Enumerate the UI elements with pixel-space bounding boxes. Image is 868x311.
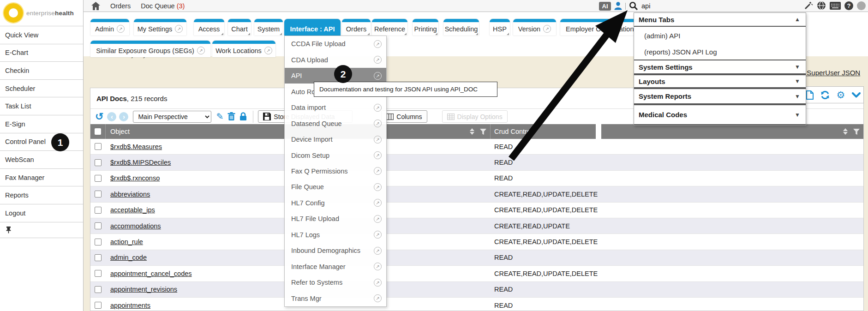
menu-item-ccda-file-upload[interactable]: CCDA File Upload↗ (285, 36, 386, 52)
search-section-layouts[interactable]: Layouts▼ (634, 74, 806, 88)
tab-similar-exposure-groups[interactable]: Similar Exposure Groups (SEGs)↗ (90, 41, 210, 57)
menu-item-datasend-queue[interactable]: Datasend Queue↗ (285, 115, 386, 131)
keyboard-icon[interactable] (830, 2, 841, 10)
menu-item-trans-mgr[interactable]: Trans Mgr↗ (285, 291, 386, 306)
session-icon[interactable] (857, 1, 866, 10)
sidebar-item-e-chart[interactable]: E-Chart (0, 44, 83, 62)
menu-item-hl7-config[interactable]: HL7 Config↗ (285, 195, 386, 211)
menu-item-hl7-logs[interactable]: HL7 Logs↗ (285, 227, 386, 243)
tab-reference[interactable]: Reference (372, 19, 407, 36)
tab-hsp[interactable]: HSP (490, 19, 510, 36)
user-icon[interactable] (614, 2, 622, 10)
tab-chart[interactable]: Chart (228, 19, 251, 36)
object-link[interactable]: $rxdb$.Measures (110, 143, 162, 150)
prev-page-button[interactable]: ‹ (107, 112, 116, 121)
tab-my-settings[interactable]: My Settings↗ (134, 19, 186, 36)
row-checkbox[interactable] (95, 254, 102, 261)
superuser-link[interactable]: t SuperUser JSON (803, 69, 860, 77)
filter-funnel-icon[interactable] (853, 129, 860, 135)
sort-icon[interactable] (470, 128, 474, 135)
new-document-icon[interactable] (806, 90, 814, 100)
sidebar-item-logout[interactable]: Logout (0, 204, 83, 222)
search-result-reports-json-api-log[interactable]: (reports) JSON API Log (634, 44, 806, 60)
filter-funnel-icon[interactable] (480, 129, 486, 135)
menu-item-cda-upload[interactable]: CDA Upload↗ (285, 52, 386, 67)
select-all-checkbox[interactable] (95, 128, 101, 135)
menu-item-data-import[interactable]: Data import↗ (285, 100, 386, 115)
row-checkbox[interactable] (95, 239, 102, 245)
sidebar-item-e-sign[interactable]: E-Sign (0, 115, 83, 133)
lock-icon[interactable] (239, 112, 247, 121)
object-link[interactable]: acceptable_ips (110, 206, 155, 214)
ai-badge[interactable]: AI (599, 2, 611, 11)
row-checkbox[interactable] (95, 302, 102, 309)
sidebar-item-webscan[interactable]: WebScan (0, 151, 83, 169)
columns-button[interactable]: Columns (381, 110, 427, 123)
row-checkbox[interactable] (95, 207, 102, 214)
row-checkbox[interactable] (95, 191, 102, 197)
search-icon[interactable] (629, 1, 638, 11)
wand-icon[interactable] (804, 1, 813, 10)
object-link[interactable]: appointments (110, 302, 150, 309)
tab-access[interactable]: Access (194, 19, 224, 36)
gear-icon[interactable]: ⚙ (837, 91, 845, 99)
sidebar-item-control-panel[interactable]: Control Panel (0, 133, 83, 151)
tab-version[interactable]: Version↗ (513, 19, 556, 36)
object-link[interactable]: appointment_revisions (110, 286, 177, 293)
object-link[interactable]: accommodations (110, 222, 161, 230)
object-link[interactable]: admin_code (110, 254, 147, 261)
search-result-admin-api[interactable]: (admin) API (634, 27, 806, 44)
row-checkbox[interactable] (95, 222, 102, 229)
search-section-system-reports[interactable]: System Reports▼ (634, 88, 806, 104)
sidebar-item-task-list[interactable]: Task List (0, 97, 83, 115)
pushpin-icon[interactable] (5, 226, 12, 233)
menu-item-file-queue[interactable]: File Queue↗ (285, 179, 386, 195)
help-icon[interactable]: ? (844, 1, 853, 10)
tab-orders[interactable]: Orders (342, 19, 371, 36)
home-icon[interactable] (91, 2, 100, 10)
topnav-orders[interactable]: Orders (110, 2, 131, 10)
row-checkbox[interactable] (95, 175, 102, 182)
globe-icon[interactable] (817, 1, 826, 10)
sidebar-item-reports[interactable]: Reports (0, 186, 83, 204)
menu-item-dicom-setup[interactable]: Dicom Setup↗ (285, 147, 386, 163)
object-link[interactable]: appointment_cancel_codes (110, 270, 192, 277)
tab-system[interactable]: System (254, 19, 283, 36)
menu-item-device-import[interactable]: Device Import↗ (285, 132, 386, 147)
row-checkbox[interactable] (95, 143, 102, 150)
sort-icon[interactable] (843, 128, 848, 135)
row-checkbox[interactable] (95, 159, 102, 166)
sidebar-item-scheduler[interactable]: Scheduler (0, 80, 83, 98)
edit-perspective-icon[interactable]: ✎ (216, 111, 223, 122)
tab-printing[interactable]: Printing (413, 19, 438, 36)
refresh-icon[interactable] (820, 90, 830, 100)
sidebar-item-quick-view[interactable]: Quick View (0, 26, 83, 44)
next-page-button[interactable]: › (119, 112, 128, 121)
object-link[interactable]: abbreviations (110, 191, 150, 198)
search-section-medical-codes[interactable]: Medical Codes▼ (634, 104, 806, 125)
object-link[interactable]: action_rule (110, 238, 143, 245)
object-link[interactable]: $rxdb$.MIPSDeciles (110, 159, 171, 166)
row-checkbox[interactable] (95, 270, 102, 277)
object-link[interactable]: $rxdb$.rxnconso (110, 174, 160, 182)
tab-admin[interactable]: Admin↗ (90, 19, 129, 36)
menu-item-refer-to-systems[interactable]: Refer to Systems↗ (285, 275, 386, 290)
topnav-doc-queue[interactable]: Doc Queue (3) (141, 2, 185, 10)
chevron-down-icon[interactable] (852, 92, 861, 98)
sidebar-item-checkin[interactable]: Checkin (0, 62, 83, 80)
menu-item-hl7-file-upload[interactable]: HL7 File Upload↗ (285, 211, 386, 227)
search-input[interactable]: api (641, 2, 650, 10)
delete-perspective-icon[interactable] (227, 112, 235, 121)
undo-icon[interactable]: ↺ (95, 112, 103, 121)
tab-work-locations[interactable]: Work Locations↗ (212, 41, 275, 57)
menu-item-fax-q-permissions[interactable]: Fax Q Permissions↗ (285, 163, 386, 179)
tab-interface-api[interactable]: Interface : API (284, 19, 341, 36)
menu-item-interface-manager[interactable]: Interface Manager↗ (285, 259, 386, 275)
menu-item-inbound-demographics[interactable]: Inbound Demographics↗ (285, 243, 386, 258)
perspective-select[interactable]: Main Perspective (133, 111, 211, 123)
row-checkbox[interactable] (95, 286, 102, 293)
search-section-system-settings[interactable]: System Settings▼ (634, 60, 806, 74)
sidebar-item-fax-manager[interactable]: Fax Manager (0, 169, 83, 187)
tab-scheduling[interactable]: Scheduling (443, 19, 479, 36)
search-section-menu-tabs[interactable]: Menu Tabs▲ (634, 13, 806, 27)
